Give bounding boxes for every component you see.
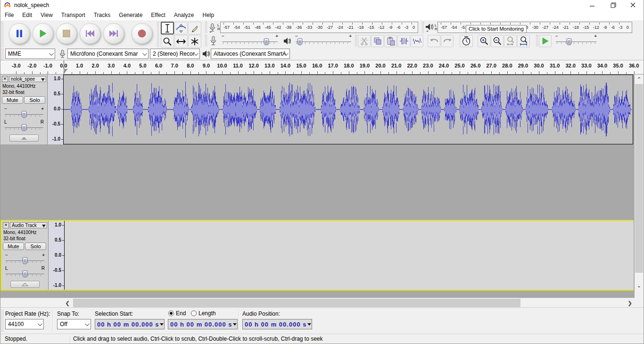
zoom-tool-button[interactable] [161, 35, 174, 48]
menu-tracks[interactable]: Tracks [90, 10, 115, 20]
spinner-arrow-icon[interactable] [232, 319, 237, 329]
monitoring-tooltip[interactable]: Click to Start Monitoring [466, 25, 527, 33]
menu-generate[interactable]: Generate [115, 10, 147, 20]
track1-mute-button[interactable]: Mute [2, 96, 23, 104]
timeline-ruler[interactable]: -3.0-2.0-1.00.01.02.03.04.05.06.07.08.09… [0, 60, 644, 75]
track2-collapse-button[interactable] [10, 281, 40, 288]
undo-button[interactable] [428, 35, 440, 47]
stop-button[interactable] [56, 23, 77, 44]
fit-selection-button[interactable] [504, 35, 517, 47]
recording-meter-grip[interactable] [205, 22, 207, 33]
playback-volume-thumb[interactable] [297, 38, 303, 45]
fit-project-button[interactable] [517, 35, 530, 47]
playback-speed-slider[interactable]: −+ [556, 38, 596, 45]
track2-empty-area[interactable] [64, 221, 634, 290]
close-button[interactable] [625, 0, 641, 10]
draw-tool-button[interactable] [188, 22, 201, 34]
scroll-right-button[interactable]: ❯ [625, 299, 635, 307]
selection-toolbar-grip[interactable] [1, 310, 3, 332]
track1-pan-thumb[interactable] [22, 124, 27, 131]
scroll-down-button[interactable]: ⌄ [635, 281, 644, 290]
end-radio[interactable]: End [168, 310, 186, 317]
project-rate-select[interactable]: 44100 [5, 319, 44, 329]
track1-solo-button[interactable]: Solo [24, 96, 45, 104]
track1-vertical-ruler[interactable]: 1.00.50.0-0.5-1.0 [48, 75, 63, 144]
playback-device-select[interactable]: Altavoces (Conexant SmartA [211, 49, 290, 59]
track1-title-menu[interactable]: nolok_spee [9, 76, 46, 82]
horizontal-scrollbar-thumb[interactable] [73, 299, 520, 307]
paste-button[interactable] [384, 35, 397, 47]
recording-device-select[interactable]: Micrófono (Conexant Smar [67, 49, 149, 59]
track1-collapse-button[interactable] [9, 134, 39, 142]
menu-view[interactable]: View [36, 10, 57, 20]
multi-tool-button[interactable] [188, 35, 201, 48]
zoom-in-button[interactable] [478, 35, 490, 47]
menu-edit[interactable]: Edit [18, 10, 36, 20]
audio-position-field[interactable]: 00 h 00 m 00.000 s [242, 319, 312, 329]
track2-mute-button[interactable]: Mute [3, 243, 24, 250]
selection-end-field[interactable]: 00 h 00 m 00.000 s [168, 319, 238, 329]
length-radio[interactable]: Length [191, 310, 216, 317]
menu-file[interactable]: File [0, 10, 18, 20]
track2-gain-thumb[interactable] [23, 257, 28, 264]
horizontal-scrollbar[interactable]: ❮ ❯ [0, 298, 635, 307]
track1-waveform-area[interactable] [63, 75, 633, 144]
recording-volume-thumb[interactable] [264, 38, 269, 45]
play-at-speed-button[interactable] [539, 35, 552, 47]
waveform-canvas[interactable] [64, 75, 633, 144]
spinner-arrow-icon[interactable] [306, 319, 312, 329]
track2-close-button[interactable]: ✕ [3, 222, 9, 228]
device-toolbar-grip[interactable] [1, 49, 3, 60]
redo-button[interactable] [441, 35, 454, 47]
minimize-button[interactable] [584, 0, 600, 10]
scroll-left-button[interactable]: ❮ [63, 299, 72, 307]
track2-pan-slider[interactable]: LR [6, 270, 44, 277]
scroll-up-button[interactable]: ⌃ [635, 75, 644, 83]
playback-meter-speaker-icon[interactable] [425, 23, 434, 33]
snap-to-select[interactable]: Off [57, 319, 91, 329]
tools-toolbar-grip[interactable] [157, 22, 159, 47]
track2-vertical-ruler[interactable]: 1.00.50.0-0.5-1.0 [49, 221, 64, 290]
envelope-tool-button[interactable] [174, 22, 188, 34]
edit-toolbar-grip[interactable] [355, 35, 357, 46]
menu-effect[interactable]: Effect [147, 10, 169, 20]
recording-meter[interactable]: -57-54-51-48-45-42-39-36-33-30-27-24-21-… [220, 22, 418, 33]
audio-host-select[interactable]: MME [5, 49, 55, 59]
menu-analyze[interactable]: Analyze [170, 10, 198, 20]
skip-to-start-button[interactable] [80, 23, 100, 44]
track1-close-button[interactable]: ✕ [2, 76, 8, 82]
cut-button[interactable] [358, 35, 371, 47]
track1-gain-slider[interactable]: −+ [5, 110, 43, 118]
mixer-toolbar-grip[interactable] [205, 35, 207, 46]
track2-gain-slider[interactable]: −+ [6, 257, 44, 264]
track1-control-panel[interactable]: ✕ nolok_spee Mono, 44100Hz 32-bit float … [0, 75, 48, 144]
playback-meter-grip[interactable] [422, 22, 424, 33]
menu-transport[interactable]: Transport [57, 10, 90, 20]
track2-solo-button[interactable]: Solo [25, 243, 46, 250]
recording-volume-slider[interactable]: −+ [222, 38, 278, 45]
title-bar[interactable]: nolok_speech [0, 0, 644, 10]
recording-meter-mic-icon[interactable] [209, 23, 216, 33]
recording-channels-select[interactable]: 2 (Stereo) Recor [150, 49, 200, 59]
restore-button[interactable] [605, 0, 621, 10]
track2-control-panel[interactable]: ✕ Audio Track Mono, 44100Hz 32-bit float… [1, 221, 49, 290]
play-button[interactable] [33, 23, 53, 44]
transport-toolbar-grip[interactable] [1, 22, 3, 47]
sync-lock-button[interactable] [460, 35, 473, 47]
selection-start-field[interactable]: 00 h 00 m 00.000 s [95, 319, 165, 329]
record-button[interactable] [132, 23, 152, 44]
track2-title-menu[interactable]: Audio Track [10, 222, 47, 228]
track1-pan-slider[interactable]: LR [5, 124, 43, 131]
playback-speed-thumb[interactable] [567, 38, 572, 45]
menu-help[interactable]: Help [198, 10, 219, 20]
selection-tool-button[interactable] [161, 22, 174, 34]
vertical-scrollbar[interactable]: ⌃ ⌄ [635, 75, 644, 298]
silence-audio-button[interactable] [411, 35, 423, 47]
spinner-arrow-icon[interactable] [159, 319, 164, 329]
pause-button[interactable] [9, 23, 30, 44]
copy-button[interactable] [371, 35, 384, 47]
transcription-toolbar-grip[interactable] [536, 35, 538, 46]
track1-gain-thumb[interactable] [22, 111, 27, 118]
track2-pan-thumb[interactable] [23, 270, 28, 277]
vertical-scrollbar-thumb[interactable] [635, 84, 643, 273]
